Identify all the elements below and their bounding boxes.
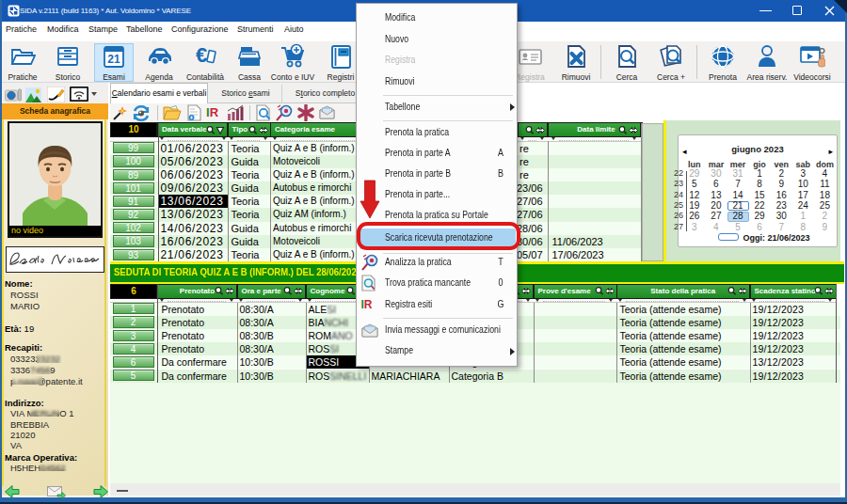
svg-text:€: € <box>196 43 207 67</box>
svg-text:21: 21 <box>107 53 120 66</box>
